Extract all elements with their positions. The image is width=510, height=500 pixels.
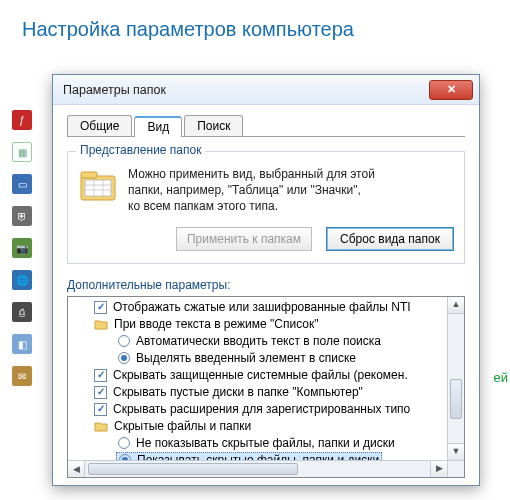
svg-rect-1 — [81, 172, 97, 178]
reset-folders-button[interactable]: Сброс вида папок — [326, 227, 454, 251]
folder-icon — [94, 419, 108, 433]
tab-view[interactable]: Вид — [134, 116, 182, 137]
tree-item-label: Скрытые файлы и папки — [114, 419, 251, 433]
radio-icon[interactable] — [118, 437, 130, 449]
apply-to-folders-button: Применить к папкам — [176, 227, 312, 251]
tree-item-hidden-files-group[interactable]: Скрытые файлы и папки — [70, 418, 445, 435]
checkbox-icon[interactable] — [94, 403, 107, 416]
scroll-thumb[interactable] — [450, 379, 462, 419]
vertical-scrollbar[interactable]: ▲ ▼ — [447, 297, 464, 460]
tree-item-label: Выделять введенный элемент в списке — [136, 351, 356, 365]
close-icon: ✕ — [447, 83, 456, 96]
chevron-down-icon: ▼ — [452, 447, 461, 456]
radio-icon[interactable] — [118, 352, 130, 364]
tab-general[interactable]: Общие — [67, 115, 132, 136]
scroll-left-button[interactable]: ◀ — [68, 461, 85, 477]
checkbox-icon[interactable] — [94, 386, 107, 399]
folder-views-group: Представление папок Можно применить вид,… — [67, 151, 465, 264]
advanced-settings-label: Дополнительные параметры: — [67, 278, 465, 292]
tree-item-hide-protected[interactable]: Скрывать защищенные системные файлы (рек… — [70, 367, 445, 384]
shield-icon[interactable]: ⛨ — [12, 206, 32, 226]
dialog-title: Параметры папок — [63, 83, 166, 97]
desktop-icon-column: ƒ ▦ ▭ ⛨ 📷 🌐 ⎙ ◧ ✉ — [12, 110, 32, 386]
tree-item-label: Не показывать скрытые файлы, папки и дис… — [136, 436, 395, 450]
folder-options-dialog: Параметры папок ✕ Общие Вид Поиск Предст… — [52, 74, 480, 486]
close-button[interactable]: ✕ — [429, 80, 473, 100]
tree-item-label: Скрывать расширения для зарегистрированн… — [113, 402, 410, 416]
flash-icon[interactable]: ƒ — [12, 110, 32, 130]
display-icon[interactable]: ▭ — [12, 174, 32, 194]
tab-strip: Общие Вид Поиск — [67, 113, 465, 137]
sidebar-icon[interactable]: ▦ — [12, 142, 32, 162]
printer-icon[interactable]: ⎙ — [12, 302, 32, 322]
tree-item-show-hidden[interactable]: Показывать скрытые файлы, папки и диски — [70, 452, 445, 460]
tree-item-auto-type[interactable]: Автоматически вводить текст в поле поиск… — [70, 333, 445, 350]
tree-item-label: Скрывать защищенные системные файлы (рек… — [113, 368, 408, 382]
scroll-corner — [447, 460, 464, 477]
horizontal-scrollbar[interactable]: ◀ ▶ — [68, 460, 447, 477]
tree-item-typing-group[interactable]: При вводе текста в режиме "Список" — [70, 316, 445, 333]
tree-item-hide-extensions[interactable]: Скрывать расширения для зарегистрированн… — [70, 401, 445, 418]
mail-icon[interactable]: ✉ — [12, 366, 32, 386]
tree-item-dont-show-hidden[interactable]: Не показывать скрытые файлы, папки и дис… — [70, 435, 445, 452]
tree-item-label: Отображать сжатые или зашифрованные файл… — [113, 300, 411, 314]
background-link-fragment: ей — [494, 370, 509, 385]
tree-item-show-encrypted[interactable]: Отображать сжатые или зашифрованные файл… — [70, 299, 445, 316]
appearance-icon[interactable]: ◧ — [12, 334, 32, 354]
folder-icon — [94, 317, 108, 331]
checkbox-icon[interactable] — [94, 301, 107, 314]
scroll-down-button[interactable]: ▼ — [448, 443, 464, 460]
radio-icon[interactable] — [118, 335, 130, 347]
chevron-right-icon: ▶ — [436, 464, 443, 473]
dialog-titlebar[interactable]: Параметры папок ✕ — [53, 75, 479, 105]
tab-search[interactable]: Поиск — [184, 115, 243, 136]
page-title: Настройка параметров компьютера — [0, 0, 510, 41]
svg-rect-2 — [85, 180, 111, 196]
camera-icon[interactable]: 📷 — [12, 238, 32, 258]
checkbox-icon[interactable] — [94, 369, 107, 382]
tree-item-label: Скрывать пустые диски в папке "Компьютер… — [113, 385, 363, 399]
folder-views-text: Можно применить вид, выбранный для этой … — [128, 166, 375, 215]
tree-item-hide-empty-drives[interactable]: Скрывать пустые диски в папке "Компьютер… — [70, 384, 445, 401]
tree-item-label: При вводе текста в режиме "Список" — [114, 317, 319, 331]
tree-item-select-typed[interactable]: Выделять введенный элемент в списке — [70, 350, 445, 367]
folder-views-icon — [78, 166, 118, 206]
chevron-left-icon: ◀ — [73, 465, 80, 474]
advanced-settings-tree: Отображать сжатые или зашифрованные файл… — [67, 296, 465, 478]
folder-views-group-title: Представление папок — [76, 143, 205, 157]
scroll-thumb[interactable] — [88, 463, 298, 475]
chevron-up-icon: ▲ — [452, 300, 461, 309]
scroll-right-button[interactable]: ▶ — [430, 461, 447, 477]
tree-item-label: Автоматически вводить текст в поле поиск… — [136, 334, 381, 348]
scroll-up-button[interactable]: ▲ — [448, 297, 464, 314]
globe-icon[interactable]: 🌐 — [12, 270, 32, 290]
